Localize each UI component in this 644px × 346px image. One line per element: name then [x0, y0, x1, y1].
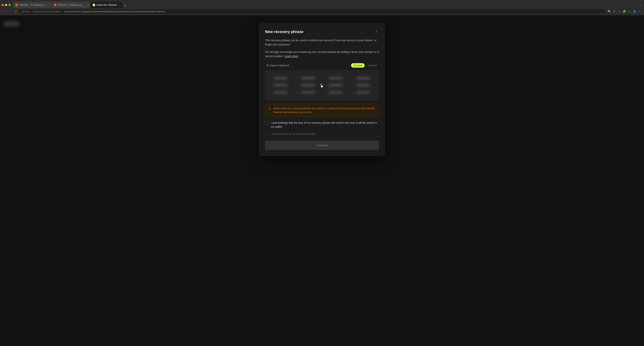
recovery-phrase-modal: New recovery phrase × This recovery phra… — [259, 23, 385, 156]
copy-to-clipboard-button[interactable]: ⧉ Copy to clipboard — [265, 63, 290, 68]
phrase-word-3: 3 •••••• — [324, 76, 348, 80]
browser-tab-3[interactable]: Unlock the Talisman × — [90, 2, 122, 8]
url-bar[interactable]: Talisman – Polkadot and Ethereum Wallet … — [19, 9, 606, 13]
search-icon[interactable]: 🔍 — [607, 9, 612, 13]
traffic-lights — [2, 4, 11, 6]
site-name: Talisman – Polkadot and Ethereum Wallet — [22, 10, 61, 12]
menu-icon[interactable]: ⋮ — [638, 9, 642, 13]
checkbox-row-1: I acknowledge that the loss of my recove… — [265, 121, 379, 129]
tab-favicon-3 — [92, 4, 95, 6]
backup-checkbox[interactable] — [265, 132, 268, 136]
traffic-light-minimize[interactable] — [5, 4, 7, 6]
modal-description-1: This recovery phrase can be used to rest… — [265, 38, 379, 47]
modal-close-button[interactable]: × — [374, 29, 379, 34]
twentyfour-word-button[interactable]: 24-word — [366, 63, 379, 68]
url-text: chrome-extension://fijngjgcjhjmmpcmkeiom… — [64, 10, 165, 12]
word-number: 9 — [269, 91, 272, 94]
tab-close-3[interactable]: × — [118, 4, 120, 6]
continue-button[interactable]: Continue — [265, 141, 379, 150]
phrase-word-5: 5 •••••• — [269, 83, 292, 87]
browser-tab-2[interactable]: Talisman – Polkadot and Ether... × — [52, 2, 90, 8]
address-controls: 🔍 ⬆ ☆ 🧩 ▭ 👤 ⋮ — [607, 9, 642, 13]
tab-title-2: Talisman – Polkadot and Ether... — [58, 4, 84, 6]
phrase-word-12: 12 •••••• — [352, 90, 375, 95]
word-text: •••••• — [356, 83, 371, 87]
word-number: 8 — [352, 84, 354, 86]
phrase-word-2: 2 •••••• — [296, 76, 320, 80]
phrase-word-6: 6 •••••• — [296, 83, 320, 87]
share-icon[interactable]: ⬆ — [613, 9, 616, 13]
phrase-word-9: 9 •••••• — [269, 90, 292, 95]
reload-button[interactable]: ↺ — [14, 9, 18, 14]
acknowledge-label[interactable]: I acknowledge that the loss of my recove… — [271, 121, 379, 129]
warning-box: ⚠ Never share your recovery phrase with … — [265, 104, 379, 117]
tab-title-3: Unlock the Talisman — [96, 4, 117, 6]
word-number: 11 — [324, 91, 327, 94]
phrase-controls: ⧉ Copy to clipboard 12-word 24-word — [265, 63, 379, 68]
warning-text: Never share your recovery phrase with an… — [273, 107, 376, 114]
new-tab-button[interactable]: + — [122, 3, 128, 8]
tab-title-1: Talisman – A Polkadot and Eth... — [19, 4, 46, 6]
forward-button[interactable]: → — [8, 9, 12, 14]
modal-description-2: We strongly encourage you to back up you… — [265, 50, 379, 58]
word-text: •••••• — [328, 76, 344, 80]
modal-title: New recovery phrase — [265, 30, 304, 34]
warning-icon: ⚠ — [268, 107, 271, 110]
bookmark-icon[interactable]: ☆ — [617, 9, 621, 13]
traffic-light-close[interactable] — [2, 4, 4, 6]
word-number: 12 — [352, 91, 354, 94]
copy-label: Copy to clipboard — [270, 64, 289, 67]
sidebar-icon[interactable]: ▭ — [628, 9, 631, 13]
copy-icon: ⧉ — [266, 64, 268, 67]
word-text: •••••• — [328, 83, 344, 87]
recovery-phrase-box: 1 •••••• 2 •••••• 3 •••••• 4 •••••• 5 ••… — [265, 70, 379, 101]
word-number: 10 — [296, 91, 300, 94]
word-number: 5 — [269, 84, 272, 86]
url-separator: | — [62, 10, 62, 12]
word-number: 6 — [296, 84, 300, 86]
word-text: •••••• — [356, 90, 371, 95]
word-number: 3 — [324, 77, 327, 79]
word-count-toggle: 12-word 24-word — [351, 63, 379, 68]
page-content: New recovery phrase × This recovery phra… — [0, 15, 644, 346]
extensions-icon[interactable]: 🧩 — [622, 9, 626, 13]
browser-tab-1[interactable]: Talisman – A Polkadot and Eth... × — [13, 2, 51, 8]
word-text: •••••• — [328, 90, 344, 95]
word-text: •••••• — [273, 76, 288, 80]
learn-more-link[interactable]: Learn more — [284, 55, 298, 58]
tab-favicon-2 — [54, 4, 56, 6]
word-text: •••••• — [356, 76, 371, 80]
tab-favicon-1 — [15, 4, 18, 6]
tab-close-2[interactable]: × — [86, 4, 88, 6]
backup-label: I have backed up my recovery phrase — [271, 132, 315, 136]
twelve-word-button[interactable]: 12-word — [351, 63, 365, 68]
checkbox-row-2: I have backed up my recovery phrase — [265, 132, 379, 136]
phrase-word-7: 7 •••••• — [324, 83, 348, 87]
word-text: •••••• — [300, 83, 316, 87]
tab-bar: Talisman – A Polkadot and Eth... × Talis… — [0, 0, 644, 8]
tabs-container: Talisman – A Polkadot and Eth... × Talis… — [13, 2, 638, 8]
word-number: 1 — [269, 77, 272, 79]
phrase-word-10: 10 •••••• — [296, 90, 320, 95]
phrase-word-1: 1 •••••• — [269, 76, 292, 80]
phrase-word-4: 4 •••••• — [352, 76, 375, 80]
word-number: 2 — [296, 77, 300, 79]
back-button[interactable]: ← — [2, 9, 6, 14]
phrase-word-11: 11 •••••• — [324, 90, 348, 95]
tab-close-1[interactable]: × — [47, 4, 49, 6]
tab-right-controls: ⌄ — [639, 3, 642, 7]
profile-icon[interactable]: 👤 — [632, 9, 637, 13]
svg-line-1 — [322, 85, 323, 86]
word-text: •••••• — [273, 83, 288, 87]
svg-point-3 — [321, 83, 322, 84]
word-number: 4 — [352, 77, 354, 79]
cursor-icon — [319, 83, 325, 88]
modal-overlay: New recovery phrase × This recovery phra… — [259, 23, 385, 156]
acknowledge-checkbox[interactable] — [265, 121, 268, 125]
traffic-light-fullscreen[interactable] — [8, 4, 11, 6]
word-text: •••••• — [300, 90, 316, 95]
address-bar: ← → ↺ Talisman – Polkadot and Ethereum W… — [0, 8, 644, 15]
cursor-overlay — [319, 83, 325, 88]
word-text: •••••• — [300, 76, 316, 80]
svg-point-2 — [320, 84, 321, 85]
